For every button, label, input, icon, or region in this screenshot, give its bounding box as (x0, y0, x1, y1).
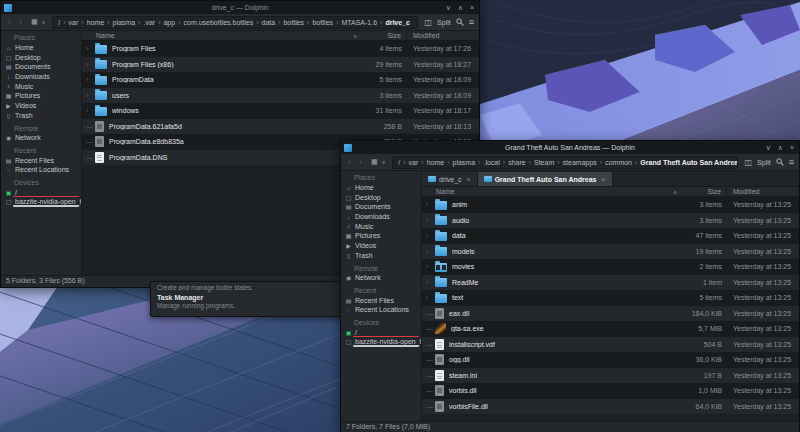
expander-icon[interactable]: › (82, 107, 95, 114)
sidebar-item[interactable]: ♪ Music (341, 221, 421, 231)
breadcrumb-segment[interactable]: bottles (312, 19, 341, 26)
sidebar-item[interactable]: ▶ Videos (341, 241, 421, 251)
expander-icon[interactable]: › (82, 92, 95, 99)
sidebar-item[interactable]: ▤ Recent Files (341, 295, 421, 305)
sidebar-item[interactable]: ▯ Trash (1, 111, 81, 121)
breadcrumb-segment[interactable]: home (87, 19, 113, 26)
expander-icon[interactable]: › (422, 279, 435, 286)
breadcrumb-segment[interactable]: / (398, 159, 408, 166)
sidebar-item[interactable]: ▤ Documents (341, 202, 421, 212)
maximize-button[interactable]: ∧ (458, 1, 463, 14)
sidebar-item[interactable]: ↓ Downloads (1, 72, 81, 82)
minimize-button[interactable]: ∨ (446, 1, 451, 14)
column-header-size[interactable]: Size (677, 188, 721, 195)
breadcrumb-segment[interactable]: Grand Theft Auto San Andreas (640, 159, 737, 166)
sidebar-item[interactable]: ▢ bazzite-nvidia-open_fedora (341, 337, 421, 347)
expander-icon[interactable]: — (82, 123, 95, 130)
table-row[interactable]: › users 3 items Yesterday at 18:09 (82, 88, 479, 104)
sidebar-item[interactable]: ▯ Trash (341, 251, 421, 261)
breadcrumb-segment[interactable]: data (262, 19, 284, 26)
expander-icon[interactable]: — (422, 387, 435, 394)
expander-icon[interactable]: › (82, 45, 95, 52)
breadcrumb-segment[interactable]: .var (143, 19, 163, 26)
split-view-icon[interactable]: ◫ (425, 18, 433, 27)
expander-icon[interactable]: — (422, 372, 435, 379)
expander-icon[interactable]: › (422, 232, 435, 239)
breadcrumb[interactable]: / var home plasma .var app com.usebottle… (52, 16, 417, 29)
breadcrumb-segment[interactable]: .local (483, 159, 508, 166)
table-row[interactable]: › windows 31 items Yesterday at 18:17 (82, 103, 479, 119)
tab[interactable]: drive_c × (422, 172, 478, 186)
close-button[interactable]: × (470, 1, 474, 14)
breadcrumb-segment[interactable]: var (409, 159, 427, 166)
expander-icon[interactable]: › (422, 294, 435, 301)
expander-icon[interactable]: — (422, 310, 435, 317)
chevron-down-icon[interactable]: ∨ (42, 19, 46, 25)
table-row[interactable]: › movies 2 items Yesterday at 13:25 (422, 259, 799, 275)
close-button[interactable]: × (790, 141, 794, 154)
expander-icon[interactable]: — (82, 154, 95, 161)
breadcrumb-segment[interactable]: plasma (113, 19, 144, 26)
titlebar[interactable]: Grand Theft Auto San Andreas — Dolphin ∨… (341, 141, 799, 154)
split-button-label[interactable]: Split (757, 159, 771, 166)
hamburger-menu-icon[interactable]: ≡ (469, 17, 474, 27)
sidebar-item[interactable]: ◌ Recent Locations (341, 305, 421, 315)
sidebar-item[interactable]: ▶ Videos (1, 101, 81, 111)
breadcrumb-segment[interactable]: app (163, 19, 183, 26)
expander-icon[interactable]: › (422, 263, 435, 270)
column-header-modified[interactable]: Modified (726, 188, 799, 195)
column-header-name[interactable]: Name (82, 32, 349, 39)
minimize-button[interactable]: ∨ (766, 141, 771, 154)
table-row[interactable]: — installscript.vdf 504 B Yesterday at 1… (422, 337, 799, 353)
table-row[interactable]: › audio 3 items Yesterday at 13:25 (422, 213, 799, 229)
sidebar-item[interactable]: ▢ bazzite-nvidia-open_fedora (1, 197, 81, 207)
column-header-modified[interactable]: Modified (406, 32, 479, 39)
table-row[interactable]: — eax.dll 184,0 KiB Yesterday at 13:25 (422, 306, 799, 322)
places-panel-icon[interactable]: ▦ (371, 158, 378, 166)
maximize-button[interactable]: ∧ (778, 141, 783, 154)
column-header-name[interactable]: Name (422, 188, 669, 195)
expander-icon[interactable]: › (422, 217, 435, 224)
table-row[interactable]: › data 47 items Yesterday at 13:25 (422, 228, 799, 244)
table-row[interactable]: — vorbisFile.dll 64,0 KiB Yesterday at 1… (422, 399, 799, 415)
table-row[interactable]: — vorbis.dll 1,0 MiB Yesterday at 13:25 (422, 383, 799, 399)
sidebar-item[interactable]: ⌂ Home (341, 183, 421, 193)
split-button-label[interactable]: Split (437, 19, 451, 26)
expander-icon[interactable]: — (422, 403, 435, 410)
titlebar[interactable]: drive_c — Dolphin ∨ ∧ × (1, 1, 479, 14)
chevron-down-icon[interactable]: ∨ (382, 159, 386, 165)
table-row[interactable]: › ReadMe 1 item Yesterday at 13:25 (422, 275, 799, 291)
sidebar-item[interactable]: ▢ Desktop (1, 52, 81, 62)
back-button[interactable]: ‹ (6, 18, 13, 27)
table-row[interactable]: › text 5 items Yesterday at 13:25 (422, 290, 799, 306)
breadcrumb-segment[interactable]: Steam (534, 159, 563, 166)
back-button[interactable]: ‹ (346, 158, 353, 167)
breadcrumb-segment[interactable]: drive_c (385, 19, 410, 26)
table-row[interactable]: — ProgramData.621afa5d 258 B Yesterday a… (82, 119, 479, 135)
expander-icon[interactable]: › (422, 248, 435, 255)
expander-icon[interactable]: — (422, 325, 435, 332)
tab[interactable]: Grand Theft Auto San Andreas × (478, 172, 613, 186)
column-header-size[interactable]: Size (357, 32, 401, 39)
breadcrumb[interactable]: / var home plasma .local share Steam ste… (392, 156, 737, 169)
breadcrumb-segment[interactable]: com.usebottles.bottles (184, 19, 262, 26)
sidebar-item[interactable]: ▢ Desktop (341, 192, 421, 202)
sidebar-item[interactable]: ▣ / (1, 187, 81, 197)
expander-icon[interactable]: › (82, 76, 95, 83)
tab-close-icon[interactable]: × (467, 176, 471, 183)
sidebar-item[interactable]: ♪ Music (1, 81, 81, 91)
sidebar-item[interactable]: ▤ Documents (1, 62, 81, 72)
table-row[interactable]: › ProgramData 5 items Yesterday at 18:09 (82, 72, 479, 88)
breadcrumb-segment[interactable]: home (427, 159, 453, 166)
sidebar-item[interactable]: ⌂ Home (1, 43, 81, 53)
forward-button[interactable]: › (357, 158, 364, 167)
places-panel-icon[interactable]: ▦ (31, 18, 38, 26)
expander-icon[interactable]: — (422, 356, 435, 363)
tab-close-icon[interactable]: × (601, 176, 605, 183)
table-row[interactable]: — gta-sa.exe 5,7 MiB Yesterday at 13:25 (422, 321, 799, 337)
table-row[interactable]: › Program Files (x86) 29 items Yesterday… (82, 57, 479, 73)
breadcrumb-segment[interactable]: plasma (453, 159, 484, 166)
breadcrumb-segment[interactable]: share (508, 159, 534, 166)
search-icon[interactable] (776, 158, 784, 166)
hamburger-menu-icon[interactable]: ≡ (789, 157, 794, 167)
